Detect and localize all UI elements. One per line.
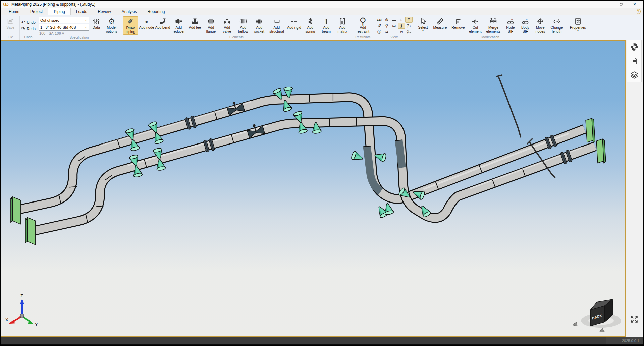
tab-home[interactable]: Home bbox=[3, 8, 25, 15]
group-specification: Out of spec⌄ 1 - 8" Sch 40-Std-40S⌄ 100 … bbox=[37, 16, 121, 40]
axis-x-label: X bbox=[5, 317, 8, 322]
dropdown-arrow-icon: ▼ bbox=[422, 30, 424, 32]
tab-review[interactable]: Review bbox=[92, 8, 116, 15]
add-valve-button[interactable]: Add valve bbox=[219, 16, 235, 35]
add-reducer-label: Add reducer bbox=[171, 26, 186, 33]
add-bellow-button[interactable]: Add bellow bbox=[235, 16, 251, 35]
info-icon[interactable]: ⓘ bbox=[376, 29, 383, 35]
add-restraint-button[interactable]: ⚲ Add restraint bbox=[353, 16, 373, 35]
redo-button[interactable]: ↷Redo bbox=[21, 26, 36, 31]
wireframe-element-icon[interactable]: ▭ bbox=[390, 23, 398, 29]
centerline-icon[interactable]: — bbox=[390, 29, 398, 35]
add-node-button[interactable]: ● Add node bbox=[139, 16, 154, 35]
nav-cube[interactable]: BACK bbox=[572, 299, 621, 332]
save-button[interactable]: Save bbox=[3, 16, 18, 35]
chevron-down-icon: ⌄ bbox=[84, 18, 87, 21]
pipe-dark-fitting[interactable] bbox=[399, 140, 402, 168]
solid-element-icon[interactable]: ▬ bbox=[390, 17, 398, 23]
tab-analysis[interactable]: Analysis bbox=[116, 8, 142, 15]
redo-icon: ↷ bbox=[21, 26, 25, 31]
rotate-down-arrow-icon[interactable] bbox=[599, 328, 604, 332]
rotate-left-arrow-icon[interactable] bbox=[572, 322, 577, 326]
tab-loads[interactable]: Loads bbox=[71, 8, 93, 15]
spec-dropdown[interactable]: Out of spec⌄ bbox=[39, 17, 89, 23]
viewport-canvas[interactable]: BACK Z X Y bbox=[1, 41, 625, 336]
layers-icon bbox=[630, 71, 639, 79]
paperclip-icon[interactable]: ∮ bbox=[398, 23, 405, 29]
node-sif-label: Node SIF bbox=[503, 26, 518, 33]
draw-piping-label: Draw piping bbox=[123, 26, 138, 34]
add-matrix-button[interactable]: Add matrix bbox=[335, 16, 350, 35]
copy-view-icon[interactable]: ⧉ bbox=[398, 29, 405, 35]
add-beam-button[interactable]: I Add beam bbox=[319, 16, 334, 35]
maximize-button[interactable] bbox=[614, 1, 628, 8]
anchor-plate[interactable] bbox=[11, 197, 21, 224]
group-label-undo: Undo bbox=[21, 35, 36, 40]
select-button[interactable]: Select ▼ bbox=[416, 16, 430, 35]
properties-button[interactable]: Properties ▼ bbox=[568, 16, 588, 35]
minimize-button[interactable]: — bbox=[601, 1, 614, 8]
node-target-icon[interactable]: ⊕ bbox=[383, 17, 390, 23]
help-icon[interactable]: ? bbox=[636, 9, 641, 14]
add-reducer-button[interactable]: Add reducer bbox=[171, 16, 186, 35]
pipe-size-dropdown[interactable]: 1 - 8" Sch 40-Std-40S⌄ bbox=[39, 24, 89, 31]
anchor-plate[interactable] bbox=[25, 218, 36, 245]
undo-button[interactable]: ↶Undo bbox=[21, 20, 36, 25]
show-restraints-icon[interactable]: ⚲ bbox=[405, 17, 413, 23]
node-sif-button[interactable]: σ Node SIF bbox=[503, 16, 518, 35]
ruler-icon bbox=[436, 17, 444, 25]
anchor-plate[interactable] bbox=[586, 118, 595, 142]
chevron-down-icon: ⌄ bbox=[84, 25, 87, 28]
report-panel-tab[interactable] bbox=[627, 54, 642, 68]
restraint-node-icon[interactable]: ⚲ bbox=[383, 23, 390, 29]
move-nodes-button[interactable]: Move nodes bbox=[533, 16, 548, 35]
rotate-restraint-icon[interactable]: ↺ bbox=[376, 23, 383, 29]
add-bend-button[interactable]: Add bend bbox=[155, 16, 170, 35]
anchor-plate[interactable] bbox=[596, 139, 606, 163]
minimize-icon: — bbox=[606, 2, 610, 7]
move-nodes-icon bbox=[536, 17, 544, 25]
body-sif-button[interactable]: σ Body SIF bbox=[518, 16, 532, 35]
transparent-node-icon[interactable]: ◌ bbox=[398, 17, 405, 23]
add-tee-button[interactable]: Add tee bbox=[187, 16, 203, 35]
socket-icon bbox=[255, 17, 263, 25]
node-numbers-icon[interactable]: 123 bbox=[376, 17, 383, 23]
draw-piping-button[interactable]: ✐ Draw piping bbox=[123, 16, 138, 35]
restraint-minus-icon[interactable]: ⚲₋ bbox=[405, 29, 413, 35]
font-size-icon[interactable]: /A bbox=[383, 29, 390, 35]
merge-elements-button[interactable]: Merge elements bbox=[484, 16, 503, 35]
close-button[interactable]: × bbox=[628, 1, 641, 8]
add-flange-button[interactable]: Add flange bbox=[203, 16, 219, 35]
add-structural-button[interactable]: Add structural bbox=[268, 16, 286, 35]
add-rigid-button[interactable]: Add rigid bbox=[286, 16, 302, 35]
cut-element-button[interactable]: Cut element bbox=[467, 16, 483, 35]
python-console-tab[interactable] bbox=[627, 40, 642, 54]
restore-icon bbox=[619, 2, 623, 6]
tab-reporting[interactable]: Reporting bbox=[142, 8, 170, 15]
node-sif-icon: σ bbox=[506, 17, 515, 25]
axis-z-label: Z bbox=[20, 293, 23, 298]
add-spring-label: Add spring bbox=[303, 26, 318, 33]
data-button[interactable]: Data bbox=[90, 16, 103, 35]
restraint-plus-icon[interactable]: ⚲₊ bbox=[405, 23, 413, 29]
tab-project[interactable]: Project bbox=[25, 8, 48, 15]
tab-piping[interactable]: Piping bbox=[48, 8, 70, 15]
add-spring-button[interactable]: Add spring bbox=[303, 16, 318, 35]
version-label: 2025.0.0.1 bbox=[606, 337, 643, 344]
group-label-properties bbox=[568, 35, 588, 40]
restraint-icon: ⚲ bbox=[360, 17, 367, 26]
measure-button[interactable]: Measure bbox=[431, 16, 449, 35]
add-socket-button[interactable]: Add socket bbox=[252, 16, 267, 35]
valve-icon bbox=[223, 17, 231, 25]
viewport[interactable]: BACK Z X Y bbox=[1, 40, 626, 337]
redo-label: Redo bbox=[27, 27, 36, 31]
layers-panel-tab[interactable] bbox=[627, 68, 642, 82]
change-length-button[interactable]: Change length bbox=[548, 16, 565, 35]
fullscreen-button[interactable] bbox=[627, 312, 642, 327]
model-options-button[interactable]: ⚙ Model options bbox=[104, 16, 120, 35]
app-window: MetaPiping 2025 [Piping & supports] - (S… bbox=[0, 0, 644, 346]
merge-elements-label: Merge elements bbox=[484, 26, 503, 33]
properties-icon bbox=[574, 17, 582, 25]
group-restraints: ⚲ Add restraint Restraints bbox=[352, 16, 374, 40]
remove-button[interactable]: Remove bbox=[450, 16, 467, 35]
